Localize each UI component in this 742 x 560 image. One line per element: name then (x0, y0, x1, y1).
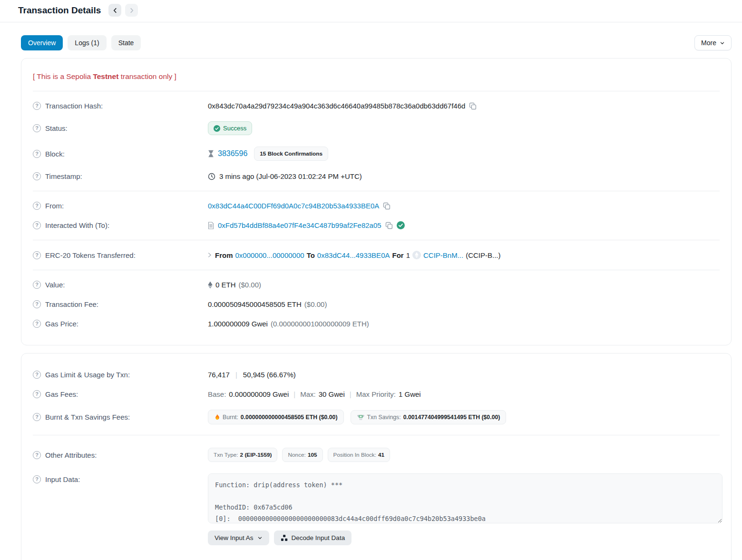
tabs-row: Overview Logs (1) State More (0, 22, 742, 57)
details-card: ? Gas Limit & Usage by Txn: 76,417 | 50,… (21, 353, 732, 560)
from-address-link[interactable]: 0x83dC44a4C00DFf69d0A0c7c94B20b53a4933BE… (208, 202, 379, 210)
gas-price-label: Gas Price: (45, 320, 78, 328)
erc20-to-address-link[interactable]: 0x83dC44...4933BE0A (317, 251, 390, 259)
position-label: Position In Block: (333, 452, 377, 458)
txn-type-label: Txn Type: (214, 452, 238, 458)
status-badge: Success (208, 121, 252, 135)
row-interacted-with: ? Interacted With (To): 0xFd57b4ddBf88a4… (33, 216, 720, 235)
from-label: From: (45, 202, 64, 210)
separator: | (348, 390, 353, 398)
copy-from-address-button[interactable] (383, 202, 391, 210)
testnet-warning-suffix: transaction only ] (118, 72, 176, 80)
more-button-label: More (701, 39, 716, 47)
row-gas-limit: ? Gas Limit & Usage by Txn: 76,417 | 50,… (33, 365, 720, 384)
clock-icon (208, 173, 215, 180)
page-header: Transaction Details (0, 0, 742, 22)
status-label: Status: (45, 124, 68, 132)
separator: | (292, 390, 297, 398)
hourglass-icon (208, 150, 214, 157)
check-circle-icon (214, 125, 220, 132)
transaction-hash-label: Transaction Hash: (45, 102, 103, 110)
tabs: Overview Logs (1) State (21, 35, 141, 50)
txn-savings-value: 0.001477404999541495 ETH ($0.00) (403, 414, 500, 421)
next-transaction-button[interactable] (125, 4, 138, 17)
help-icon[interactable]: ? (33, 300, 41, 308)
value-usd: ($0.00) (239, 281, 262, 289)
help-icon[interactable]: ? (33, 202, 41, 210)
previous-transaction-button[interactable] (108, 4, 121, 17)
testnet-warning-prefix: [ This is a Sepolia (33, 72, 93, 80)
max-fee-value: 30 Gwei (319, 390, 345, 398)
row-burnt-savings: ? Burnt & Txn Savings Fees: Burnt: 0.000… (33, 404, 720, 430)
tab-state[interactable]: State (111, 35, 141, 50)
transaction-fee-value: 0.000050945000458505 ETH (208, 300, 302, 308)
help-icon[interactable]: ? (33, 150, 41, 158)
gas-limit-label: Gas Limit & Usage by Txn: (45, 371, 130, 379)
value-amount: 0 ETH (215, 281, 236, 289)
section-divider (33, 270, 720, 270)
help-icon[interactable]: ? (33, 221, 41, 229)
erc20-from-address-link[interactable]: 0x000000...00000000 (235, 251, 304, 259)
input-actions: View Input As Decode Input Data (208, 531, 722, 545)
value-label: Value: (45, 281, 65, 289)
other-attributes-label: Other Attributes: (45, 451, 97, 459)
row-timestamp: ? Timestamp: 3 mins ago (Jul-06-2023 01:… (33, 167, 720, 186)
help-icon[interactable]: ? (33, 390, 41, 398)
position-value: 41 (378, 452, 384, 458)
help-icon[interactable]: ? (33, 371, 41, 379)
chevron-down-icon (257, 535, 263, 540)
row-value: ? Value: 0 ETH ($0.00) (33, 275, 720, 295)
gas-limit-value: 76,417 (208, 371, 230, 379)
input-data-textarea[interactable]: Function: drip(address token) *** Method… (208, 473, 722, 523)
to-address-link[interactable]: 0xFd57b4ddBf88a4e07fF4e34C487b99af2Fe82a… (218, 221, 381, 229)
decode-input-data-button[interactable]: Decode Input Data (274, 531, 352, 545)
tab-logs[interactable]: Logs (1) (68, 35, 106, 50)
burnt-value: 0.000000000000458505 ETH ($0.00) (241, 414, 338, 421)
input-data-label: Input Data: (45, 475, 80, 483)
copy-icon (469, 102, 477, 110)
separator: | (230, 371, 243, 379)
position-in-block-badge: Position In Block: 41 (328, 448, 391, 462)
txn-savings-label: Txn Savings: (367, 414, 401, 421)
eth-icon (208, 281, 213, 289)
copy-to-address-button[interactable] (385, 222, 393, 229)
burnt-badge: Burnt: 0.000000000000458505 ETH ($0.00) (208, 410, 344, 424)
view-input-as-label: View Input As (215, 534, 254, 541)
money-wings-icon (357, 414, 365, 421)
nonce-badge: Nonce: 105 (282, 448, 322, 462)
more-button[interactable]: More (694, 35, 732, 50)
max-priority-label: Max Priority: (356, 390, 396, 398)
help-icon[interactable]: ? (33, 451, 41, 459)
block-number-link[interactable]: 3836596 (218, 149, 247, 158)
nonce-value: 105 (308, 452, 317, 458)
section-divider (33, 435, 720, 435)
view-input-as-button[interactable]: View Input As (208, 531, 269, 545)
help-icon[interactable]: ? (33, 475, 41, 483)
chevron-down-icon (720, 40, 725, 46)
help-icon[interactable]: ? (33, 281, 41, 289)
copy-icon (383, 202, 391, 210)
verified-check-icon (397, 221, 405, 229)
overview-card: [ This is a Sepolia Testnet transaction … (21, 58, 732, 345)
row-input-data: ? Input Data: Function: drip(address tok… (33, 468, 720, 551)
token-name-link[interactable]: CCIP-BnM... (423, 251, 463, 259)
erc20-from-label: From (215, 251, 233, 259)
help-icon[interactable]: ? (33, 320, 41, 328)
gas-fees-label: Gas Fees: (45, 390, 78, 398)
copy-icon (385, 222, 393, 229)
row-gas-price: ? Gas Price: 1.000000009 Gwei (0.0000000… (33, 314, 720, 334)
max-priority-value: 1 Gwei (399, 390, 421, 398)
help-icon[interactable]: ? (33, 413, 41, 421)
max-fee-label: Max: (300, 390, 316, 398)
row-gas-fees: ? Gas Fees: Base: 0.000000009 Gwei | Max… (33, 384, 720, 404)
base-fee-value: 0.000000009 Gwei (229, 390, 289, 398)
base-fee-label: Base: (208, 390, 226, 398)
help-icon[interactable]: ? (33, 124, 41, 132)
help-icon[interactable]: ? (33, 172, 41, 180)
copy-hash-button[interactable] (469, 102, 477, 110)
txn-savings-badge: Txn Savings: 0.001477404999541495 ETH ($… (351, 410, 507, 424)
help-icon[interactable]: ? (33, 251, 41, 259)
tab-overview[interactable]: Overview (21, 35, 63, 50)
transaction-fee-label: Transaction Fee: (45, 300, 98, 308)
help-icon[interactable]: ? (33, 102, 41, 110)
